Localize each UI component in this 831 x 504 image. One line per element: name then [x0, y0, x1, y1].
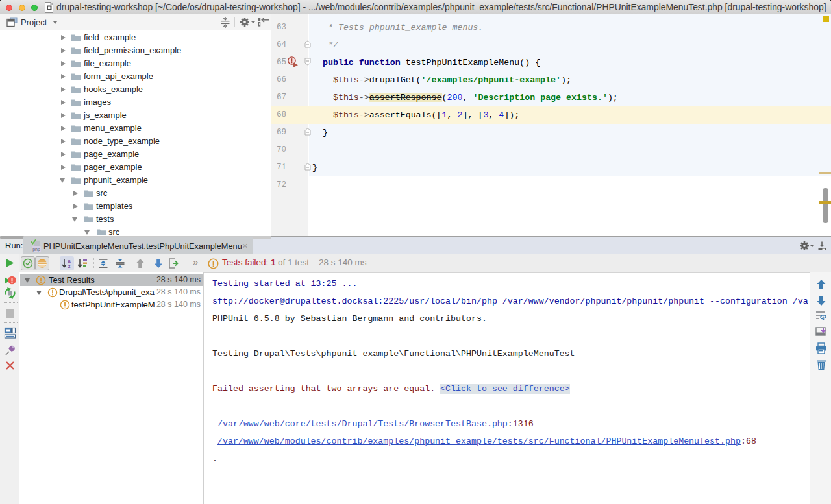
svg-text:z: z: [68, 263, 71, 269]
svg-text:php: php: [32, 247, 40, 252]
